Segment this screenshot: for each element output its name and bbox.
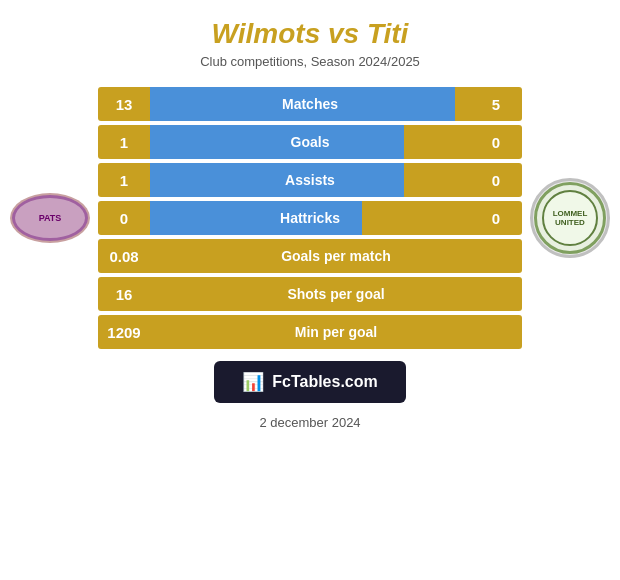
stat-left-value: 1209 — [98, 324, 150, 341]
stat-row: 13Matches5 — [98, 87, 522, 121]
stat-left-value: 1 — [98, 134, 150, 151]
stat-row: 1209Min per goal — [98, 315, 522, 349]
stat-row: 1Assists0 — [98, 163, 522, 197]
stat-row: 0Hattricks0 — [98, 201, 522, 235]
lommel-inner: LOMMELUNITED — [542, 190, 598, 246]
page-wrapper: Wilmots vs Titi Club competitions, Seaso… — [0, 0, 620, 580]
pats-label: PATS — [39, 213, 62, 223]
fctables-text: FcTables.com — [272, 373, 378, 391]
stat-label: Matches — [150, 96, 470, 112]
stat-row: 16Shots per goal — [98, 277, 522, 311]
stat-label: Goals — [150, 134, 470, 150]
page-title: Wilmots vs Titi — [10, 18, 610, 50]
stat-right-value: 0 — [470, 172, 522, 189]
logo-section: 📊 FcTables.com — [0, 361, 620, 403]
stat-label: Hattricks — [150, 210, 470, 226]
footer-date: 2 december 2024 — [259, 415, 360, 430]
stats-container: 13Matches51Goals01Assists00Hattricks00.0… — [98, 87, 522, 349]
stat-label: Goals per match — [150, 248, 522, 264]
left-team-badge: PATS — [10, 193, 90, 243]
stat-left-value: 16 — [98, 286, 150, 303]
fctables-logo: 📊 FcTables.com — [214, 361, 406, 403]
stat-row: 0.08Goals per match — [98, 239, 522, 273]
stat-label: Assists — [150, 172, 470, 188]
stat-left-value: 13 — [98, 96, 150, 113]
stat-row: 1Goals0 — [98, 125, 522, 159]
lommel-logo: LOMMELUNITED — [534, 182, 606, 254]
chart-icon: 📊 — [242, 371, 264, 393]
stat-right-value: 5 — [470, 96, 522, 113]
stat-left-value: 0.08 — [98, 248, 150, 265]
main-content: PATS 13Matches51Goals01Assists00Hattrick… — [0, 77, 620, 349]
stat-right-value: 0 — [470, 134, 522, 151]
pats-logo: PATS — [12, 195, 88, 241]
stat-left-value: 0 — [98, 210, 150, 227]
subtitle: Club competitions, Season 2024/2025 — [10, 54, 610, 69]
stat-right-value: 0 — [470, 210, 522, 227]
stat-label: Min per goal — [150, 324, 522, 340]
right-team-badge: LOMMELUNITED — [530, 178, 610, 258]
header: Wilmots vs Titi Club competitions, Seaso… — [0, 0, 620, 77]
stat-left-value: 1 — [98, 172, 150, 189]
stat-label: Shots per goal — [150, 286, 522, 302]
